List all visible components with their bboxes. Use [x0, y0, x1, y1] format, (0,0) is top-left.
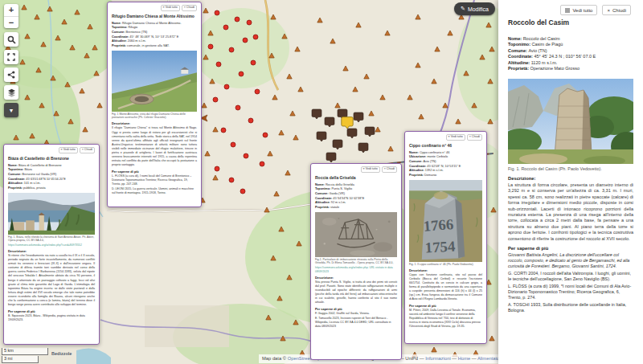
scale-km: 5 km — [2, 348, 48, 355]
site-marker-red-dot[interactable] — [255, 89, 260, 94]
site-marker-red-dot[interactable] — [213, 97, 218, 102]
attribution-text: — — [451, 356, 458, 361]
attribution-link[interactable]: Home — [458, 356, 470, 361]
popup-actions: ≡Vedi tutto ×Chiudi — [8, 147, 95, 153]
site-marker-red-dot[interactable] — [243, 38, 248, 43]
reference-item: D. LEONI 2015, La guerra verticale. Uomi… — [112, 187, 197, 195]
more-heading: Per saperne di più — [8, 309, 95, 313]
zoom-out-button[interactable]: − — [4, 17, 18, 29]
popup-actions: ≡Vedi tutto ×Chiudi — [409, 134, 482, 141]
site-marker-red-dot[interactable] — [263, 133, 268, 137]
reference-item: F. Gaggia 2002, Graffiti sul Garda, Vero… — [315, 312, 397, 316]
edit-button[interactable]: ✎ Modifica — [454, 2, 495, 15]
zoom-in-button[interactable]: + — [4, 4, 18, 16]
popup-roccia-griselda: ≡Vedi tutto ×Chiudi Roccia della Griseld… — [310, 163, 402, 360]
description-heading: Descrizione: — [508, 176, 633, 181]
reference-item: L. FLÖSS (a cura di) 1999, *I nomi local… — [508, 284, 633, 301]
vedi-tutto-button[interactable]: ≡Vedi tutto — [361, 166, 380, 173]
more-heading: Per saperne di più — [315, 307, 397, 311]
site-marker-red-dot[interactable] — [223, 25, 228, 30]
site-marker-red-dot[interactable] — [224, 84, 229, 89]
popup-actions: ≡Vedi tutto ×Chiudi — [112, 5, 197, 11]
site-marker-red-dot[interactable] — [247, 20, 252, 25]
site-marker-red-dot[interactable] — [216, 62, 221, 67]
list-icon: ≡ — [448, 136, 450, 139]
scale-mi: 3 mi — [2, 356, 39, 363]
info-field: Proprietà: Operazione Mato Grosso — [508, 66, 633, 72]
popup-title: Cippo confinario n° 46 — [409, 143, 482, 148]
popup-biaza: ≡Vedi tutto ×Chiudi Biàza di Castelletto… — [3, 144, 100, 345]
site-marker-red-dot[interactable] — [221, 128, 226, 133]
close-icon: × — [82, 149, 84, 152]
site-marker-red-dot[interactable] — [229, 178, 234, 182]
popup-fields: Nome: Rifugio Damiano Chiesa al Monte Al… — [112, 22, 197, 49]
popup-cippo-confinario: ≡Vedi tutto ×Chiudi Cippo confinario n° … — [404, 131, 487, 344]
info-field: Proprietà: pubblica, privata — [8, 186, 95, 191]
popup-fields: Nome: Cippo confinario n° 46Ubicazione: … — [409, 151, 482, 178]
reference-item[interactable]: Giovanni Battista Angelini, La discrizio… — [508, 252, 633, 269]
site-marker-red-dot[interactable] — [215, 166, 219, 171]
site-marker-red-dot[interactable] — [231, 142, 235, 147]
site-marker-red-dot[interactable] — [208, 44, 213, 49]
vedi-tutto-button[interactable]: ≡Vedi tutto — [59, 147, 78, 153]
info-field: Comune: Avio (TN) — [508, 48, 633, 54]
popup-fields: Nome: Roccia della GriseldaToponimo: Pun… — [315, 183, 397, 211]
photo-caption-link[interactable]: https://commons.wikimedia.org/w/index.ph… — [315, 266, 397, 273]
map-town-label: Bedizzole — [51, 351, 72, 356]
detail-panel-roccolo-del-casim: Vedi tutto × Chiudi Roccolo del Casim No… — [498, 0, 643, 364]
photo-caption: Fig.1. Particolare di: imbarcazione ritr… — [315, 258, 397, 265]
more-tools-button[interactable]: ▼ — [4, 103, 18, 117]
reference-item: M. Pitteri, 2009, Dalla Lessinia al Tona… — [409, 309, 482, 329]
site-marker-red-dot[interactable] — [239, 72, 244, 76]
site-marker-red-dot[interactable] — [248, 118, 253, 123]
pencil-icon: ✎ — [461, 6, 465, 12]
attribution-link[interactable]: Informazioni — [425, 356, 451, 361]
site-marker-red-dot[interactable] — [251, 60, 256, 65]
layers-button[interactable] — [4, 85, 18, 100]
close-icon: × — [184, 6, 186, 10]
vedi-tutto-button[interactable]: Vedi tutto — [560, 5, 597, 15]
fullscreen-button[interactable] — [4, 50, 18, 64]
site-marker-red-dot[interactable] — [235, 17, 240, 22]
popup-actions: ≡Vedi tutto ×Chiudi — [315, 166, 397, 173]
panel-fields: Nome: Roccolo del CasimToponimo: Casim d… — [508, 36, 633, 72]
site-marker-red-dot[interactable] — [215, 10, 219, 15]
close-icon: × — [607, 8, 610, 13]
list-icon: ≡ — [363, 168, 365, 171]
site-marker-red-dot[interactable] — [235, 105, 240, 110]
photo-caption: Fig. 1 Monte Altissimo, vista dal rifugi… — [112, 112, 197, 120]
photo-caption-link[interactable]: https://commons.wikimedia.org/w/index.ph… — [8, 243, 95, 247]
chiudi-button[interactable]: ×Chiudi — [467, 134, 482, 141]
list-icon: ≡ — [61, 149, 63, 152]
chiudi-button[interactable]: ×Chiudi — [182, 5, 197, 11]
more-heading: Per saperne di più — [409, 304, 482, 308]
vedi-tutto-button[interactable]: ≡Vedi tutto — [161, 5, 180, 11]
vedi-tutto-button[interactable]: ≡Vedi tutto — [446, 134, 465, 141]
chiudi-button[interactable]: × Chiudi — [602, 5, 631, 15]
chiudi-button[interactable]: ×Chiudi — [80, 147, 95, 153]
popup-fields: Nome: Biàza di Castelletto di BrenzoneTo… — [8, 164, 95, 191]
zoom-control: + − — [4, 4, 18, 28]
reference-item: G. CORTI 2004, I roccoli dell'alta Valtr… — [508, 271, 633, 282]
info-field: Nome: Roccolo del Casim — [508, 36, 633, 42]
popup-title: Biàza di Castelletto di Brenzone — [8, 156, 95, 161]
chiudi-button[interactable]: ×Chiudi — [382, 166, 397, 173]
search-button[interactable] — [4, 32, 18, 47]
description-text: Il rifugio "Damiano Chiesa" si trova sul… — [112, 126, 197, 167]
share-icon — [7, 71, 15, 79]
site-marker-red-dot[interactable] — [229, 47, 234, 52]
reference-item[interactable]: E. Tomasello 2023, Incisioni rupestri di… — [315, 317, 397, 329]
site-marker-red-dot[interactable] — [260, 162, 264, 166]
reference-item[interactable]: B. Squizzato 2023, Biàza - Wikipedia, pa… — [8, 314, 95, 322]
reference-item: A. TOSCHI 1933, Sulla distribuzione dell… — [508, 302, 633, 313]
site-marker-red-dot[interactable] — [244, 153, 248, 158]
list-icon — [565, 8, 570, 13]
site-marker-red-dot[interactable] — [240, 189, 245, 194]
rifugio-photo — [112, 51, 197, 112]
description-text: Cippo con funzione confinaria, sito sul … — [409, 273, 482, 302]
list-icon: ≡ — [163, 6, 165, 10]
share-button[interactable] — [4, 67, 18, 82]
description-heading: Descrizione: — [315, 276, 397, 280]
photo-caption: Fig. 1. Roccolo del Casim (Ph. Paolo Ved… — [508, 166, 633, 171]
site-marker-red-dot[interactable] — [253, 35, 258, 39]
